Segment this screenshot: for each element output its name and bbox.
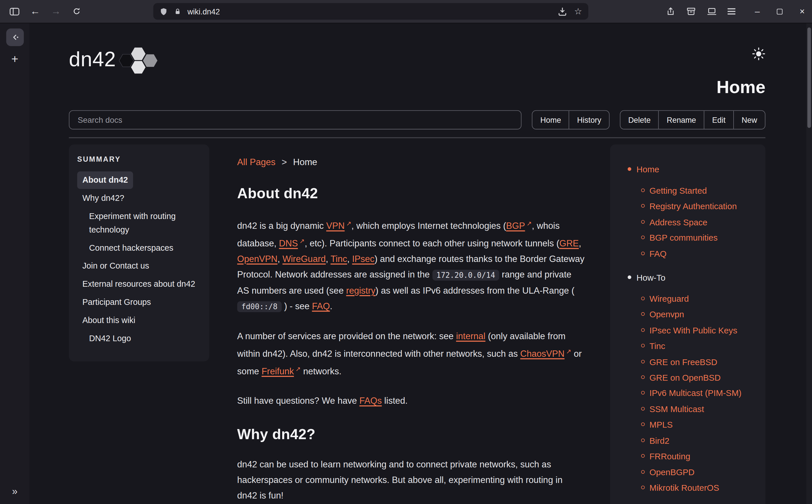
right-nav-sublist: WireguardOpenvpnIPsec With Public KeysTi… [618, 291, 759, 496]
button-edit[interactable]: Edit [704, 111, 733, 129]
summary-item[interactable]: Why dn42? [77, 190, 129, 207]
scrollbar-thumb[interactable] [807, 27, 811, 128]
button-delete[interactable]: Delete [620, 111, 658, 129]
right-nav-subitem[interactable]: Registry Authentication [641, 199, 759, 214]
right-nav-subitem[interactable]: GRE on FreeBSD [641, 354, 759, 370]
inline-link[interactable]: Tinc [331, 254, 347, 264]
circle-bullet-icon [641, 236, 645, 239]
hexagon-logo-icon [118, 43, 159, 75]
breadcrumb: All Pages > Home [237, 157, 585, 168]
inline-link[interactable]: registry [346, 285, 376, 296]
button-new[interactable]: New [733, 111, 765, 129]
tabs-sidebar-icon [9, 6, 20, 16]
right-nav-subitem[interactable]: Mikrotik RouterOS [641, 480, 759, 496]
button-rename[interactable]: Rename [658, 111, 704, 129]
right-nav-subitem[interactable]: Getting Started [641, 183, 759, 199]
forward-button[interactable]: → [49, 4, 63, 18]
tabs-sidebar-button[interactable] [7, 4, 22, 18]
inline-link[interactable]: ChaosVPN↗ [520, 348, 571, 359]
right-nav-subitem[interactable]: IPsec With Public Keys [641, 322, 759, 338]
external-link-icon: ↗ [346, 216, 351, 231]
back-button[interactable]: ← [28, 4, 42, 18]
summary-item[interactable]: External resources about dn42 [77, 275, 200, 293]
close-button[interactable]: × [800, 7, 805, 16]
inline-link[interactable]: DNS↗ [279, 238, 305, 248]
lock-icon [174, 7, 181, 16]
window-controls: – × [755, 7, 805, 16]
inline-link[interactable]: OpenVPN [237, 254, 278, 264]
right-nav-subitem[interactable]: Wireguard [641, 291, 759, 307]
right-nav-subitem[interactable]: GRE on OpenBSD [641, 370, 759, 386]
right-nav-sublabel: FAQ [649, 246, 666, 262]
breadcrumb-separator: > [282, 157, 287, 167]
summary-item[interactable]: DN42 Logo [84, 330, 136, 347]
inline-link[interactable]: IPsec [352, 254, 374, 264]
circle-bullet-icon [641, 297, 645, 301]
summary-item[interactable]: About this wiki [77, 312, 141, 329]
inline-link[interactable]: VPN↗ [326, 220, 351, 231]
summary-item[interactable]: Participant Groups [77, 294, 156, 311]
summary-item[interactable]: About dn42 [77, 171, 133, 189]
right-nav-sublabel: IPv6 Multicast (PIM-SM) [649, 386, 742, 401]
summary-item[interactable]: Experiment with routing technology [84, 207, 201, 239]
right-nav-subitem[interactable]: SSM Multicast [641, 401, 759, 417]
right-nav-subitem[interactable]: Bird2 [641, 433, 759, 448]
browser-toolbar: ← → wiki.dn42 ☆ [0, 0, 812, 23]
reload-button[interactable] [69, 4, 84, 18]
sun-icon [752, 47, 766, 61]
code-span: 172.20.0.0/14 [432, 269, 499, 280]
right-nav-subitem[interactable]: OpenBGPD [641, 464, 759, 480]
inline-link[interactable]: BGP↗ [506, 220, 532, 231]
maximize-button[interactable] [777, 9, 783, 14]
archive-box-icon[interactable] [686, 7, 696, 16]
sidebar-tool-button[interactable] [6, 29, 24, 46]
logo-text: dn42 [69, 47, 116, 71]
breadcrumb-link[interactable]: All Pages [237, 157, 276, 167]
circle-bullet-icon [641, 251, 645, 255]
scrollbar[interactable] [806, 23, 812, 504]
inline-link[interactable]: internal [456, 331, 485, 341]
header-divider [69, 137, 765, 138]
minimize-button[interactable]: – [755, 7, 760, 16]
right-nav-subitem[interactable]: FAQ [641, 246, 759, 262]
button-history[interactable]: History [569, 111, 609, 129]
inline-link[interactable]: WireGuard [282, 254, 326, 264]
theme-toggle-button[interactable] [752, 47, 766, 61]
right-nav-subitem[interactable]: Tinc [641, 338, 759, 354]
inline-link[interactable]: Freifunk↗ [261, 366, 301, 376]
expand-sidebar-button[interactable]: » [12, 486, 18, 497]
code-span: fd00::/8 [237, 301, 282, 312]
circle-bullet-icon [641, 486, 645, 489]
new-tab-button[interactable]: + [11, 53, 18, 65]
summary-item[interactable]: Connect hackerspaces [84, 239, 178, 257]
share-icon[interactable] [666, 7, 675, 16]
display-icon[interactable] [707, 7, 717, 16]
right-nav-subitem[interactable]: IPv6 Multicast (PIM-SM) [641, 386, 759, 401]
right-nav-label: Home [636, 162, 659, 176]
bookmark-star-icon[interactable]: ☆ [574, 6, 582, 17]
circle-bullet-icon [641, 375, 645, 379]
right-nav-subitem[interactable]: Openvpn [641, 307, 759, 322]
circle-bullet-icon [641, 438, 645, 442]
inline-link[interactable]: GRE [559, 238, 579, 248]
search-input[interactable] [69, 110, 522, 129]
download-icon[interactable] [557, 7, 567, 16]
url-bar[interactable]: wiki.dn42 ☆ [153, 3, 588, 20]
url-text: wiki.dn42 [187, 7, 220, 16]
menu-icon[interactable] [727, 8, 735, 14]
right-nav-subitem[interactable]: FRRouting [641, 448, 759, 464]
circle-bullet-icon [641, 423, 645, 426]
button-home[interactable]: Home [533, 111, 569, 129]
summary-item[interactable]: Join or Contact us [77, 257, 155, 275]
article-column: All Pages > Home About dn42dn42 is a big… [209, 144, 610, 503]
right-nav-subitem[interactable]: BGP communities [641, 230, 759, 246]
right-nav-subitem[interactable]: Address Space [641, 214, 759, 230]
inline-link[interactable]: FAQs [359, 396, 382, 406]
right-nav-item[interactable]: Home [628, 162, 759, 176]
breadcrumb-current: Home [293, 157, 317, 167]
right-nav-item[interactable]: How-To [628, 270, 759, 285]
right-nav-subitem[interactable]: MPLS [641, 417, 759, 433]
site-logo[interactable]: dn42 [69, 43, 159, 75]
inline-link[interactable]: FAQ [312, 301, 330, 311]
circle-bullet-icon [641, 454, 645, 458]
